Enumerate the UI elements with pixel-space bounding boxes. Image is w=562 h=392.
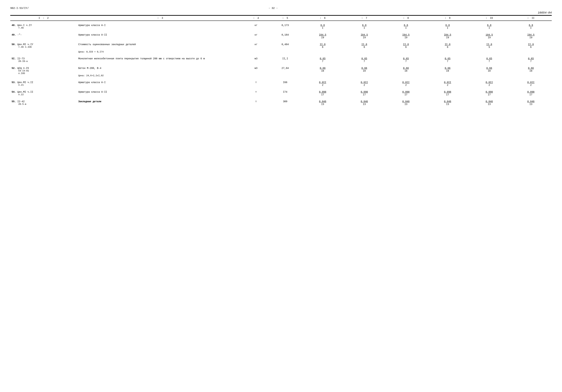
row-val-9: 0,098I7: [468, 88, 510, 97]
table-row: 50. Цен.МI ч.IY т.46 п.336 Стоимость оци…: [10, 40, 552, 50]
row-val-6: 6,8I: [343, 21, 385, 30]
row-qty: I66: [269, 78, 302, 88]
row-unit: кг: [244, 30, 269, 40]
row-ref: т.46: [12, 27, 75, 29]
row-val-10: II,86: [510, 40, 552, 50]
row-val-8: 0,046I3: [427, 97, 468, 107]
row-val-6: 0,66I8: [343, 64, 385, 73]
row-val-9: 0,046I3: [468, 97, 510, 107]
row-unit: кг: [244, 21, 269, 30]
row-val-10: 0,0II2: [510, 78, 552, 88]
row-val-5: 0,657: [302, 54, 343, 64]
table-row: 49. -"- Арматура класса А-II кг 0,184 I0…: [10, 30, 552, 40]
row-val-7: 0,098I7: [385, 88, 427, 97]
row-val-7: I04,5I9: [385, 30, 427, 40]
row-id: 49. -"-: [12, 34, 75, 36]
row-val-8: I04,5I9: [427, 30, 468, 40]
row-val-10: 0,098I7: [510, 88, 552, 97]
row-val-7: 6,6I: [385, 21, 427, 30]
row-desc: Бетон М-200, В-4: [77, 64, 244, 73]
row-price-note: Цена: 24,6+2,2хI,02: [77, 73, 552, 78]
row-ref: С6-I4-01: [12, 70, 75, 72]
row-val-5: 0,046I3: [302, 97, 343, 107]
col-header-9: : IO: [468, 16, 510, 21]
row-val-10: 0,66I8: [510, 64, 552, 73]
row-qty: 0,484: [269, 40, 302, 50]
row-id: 48. Цен.I ч.IY: [12, 24, 75, 27]
row-val-10: I04,5I9: [510, 30, 552, 40]
row-id: 50. Цен.МI ч.IY: [12, 43, 75, 46]
col-header-2: : 3: [77, 16, 244, 21]
row-ref: т.46 п.336: [12, 46, 75, 48]
row-qty: 309: [269, 97, 302, 107]
col-header-5: : 6: [302, 16, 343, 21]
row-val-8: 0,098I7: [427, 88, 468, 97]
row-desc: Арматура класса А-II: [77, 88, 244, 97]
row-val-9: 0,657: [468, 54, 510, 64]
row-val-7: 0,046I3: [385, 97, 427, 107]
row-unit: т: [244, 88, 269, 97]
main-table: I : 2 : 3 : 4 : 5 : 6 : 7 : 8 : 9 : IO :…: [10, 15, 552, 107]
row-val-8: 6,8I: [427, 21, 468, 30]
table-row: 5I. I2-73 20-I0-а Монолитная железобетон…: [10, 54, 552, 64]
col-header-1: I : 2: [10, 16, 77, 21]
row-val-6: 0,098I7: [343, 88, 385, 97]
row-id: 5I. I2-73: [12, 57, 75, 60]
row-qty: 0,173: [269, 21, 302, 30]
row-desc: Арматура класса А-I: [77, 21, 244, 30]
table-row: 55. I2-42 20-5-в Закладные детали т 309 …: [10, 97, 552, 107]
row-val-9: 0,66I8: [468, 64, 510, 73]
row-id: 54. Цен.МI ч.II: [12, 91, 75, 93]
row-val-9: 0,0II2: [468, 78, 510, 88]
row-val-6: II,86: [343, 40, 385, 50]
row-desc: Закладные детали: [77, 97, 244, 107]
stamp: 16654-04: [538, 11, 552, 14]
row-desc: Арматура класса А-II: [77, 30, 244, 40]
row-val-5: 0,098I7: [302, 88, 343, 97]
table-row: 52. ЦСЦ п.I5 С6-I4-01 п.I05 Бетон М-200,…: [10, 64, 552, 73]
table-row-sub: Цена: 24,6+2,2хI,02: [10, 73, 552, 78]
row-val-6: 0,046I3: [343, 97, 385, 107]
row-val-7: II,86: [385, 40, 427, 50]
row-ref2: п.I05: [12, 72, 75, 75]
row-val-8: 0,657: [427, 54, 468, 64]
row-val-7: 0,657: [385, 54, 427, 64]
row-val-9: 6,8I: [468, 21, 510, 30]
row-val-10: 0,046I3: [510, 97, 552, 107]
row-qty: 0,184: [269, 30, 302, 40]
row-qty: 27,04: [269, 64, 302, 73]
col-header-10: : II: [510, 16, 552, 21]
row-val-5: 6,8I: [302, 21, 343, 30]
row-val-5: 0,0II2: [302, 78, 343, 88]
row-val-8: II,86: [427, 40, 468, 50]
col-header-6: : 7: [343, 16, 385, 21]
col-header-3: : 4: [244, 16, 269, 21]
row-val-6: 0,0II2: [343, 78, 385, 88]
page-number: - 32 -: [269, 7, 278, 10]
col-header-7: : 8: [385, 16, 427, 21]
row-id: 52. ЦСЦ п.I5: [12, 67, 75, 70]
row-desc: Арматура класса А-I: [77, 78, 244, 88]
row-desc: Стоимость оцинкованных закладных деталей: [77, 40, 244, 50]
col-header-4: : 5: [269, 16, 302, 21]
row-unit: т: [244, 78, 269, 88]
row-val-9: 104,5I9: [468, 30, 510, 40]
doc-number: 902-I-53/IY/: [10, 7, 29, 10]
row-val-7: 0,66I8: [385, 64, 427, 73]
row-val-7: 0,0II2: [385, 78, 427, 88]
row-ref: п.21: [12, 84, 75, 86]
row-unit: т: [244, 97, 269, 107]
row-val-6: I04,5I9: [343, 30, 385, 40]
row-val-8: 0,0II2: [427, 78, 468, 88]
row-ref: 20-5-в: [12, 103, 75, 105]
row-desc: Монолитная железобетонная плита перекрыт…: [77, 54, 244, 64]
row-ref: 20-I0-а: [12, 60, 75, 63]
row-val-5: II,86: [302, 40, 343, 50]
row-qty: I74: [269, 88, 302, 97]
row-id: 53. Цен.МI ч.II: [12, 81, 75, 84]
row-id: 55. I2-42: [12, 100, 75, 103]
col-header-8: : 9: [427, 16, 468, 21]
row-val-10: 6,8I: [510, 21, 552, 30]
row-val-9: II,8S: [468, 40, 510, 50]
row-unit: кг: [244, 40, 269, 50]
